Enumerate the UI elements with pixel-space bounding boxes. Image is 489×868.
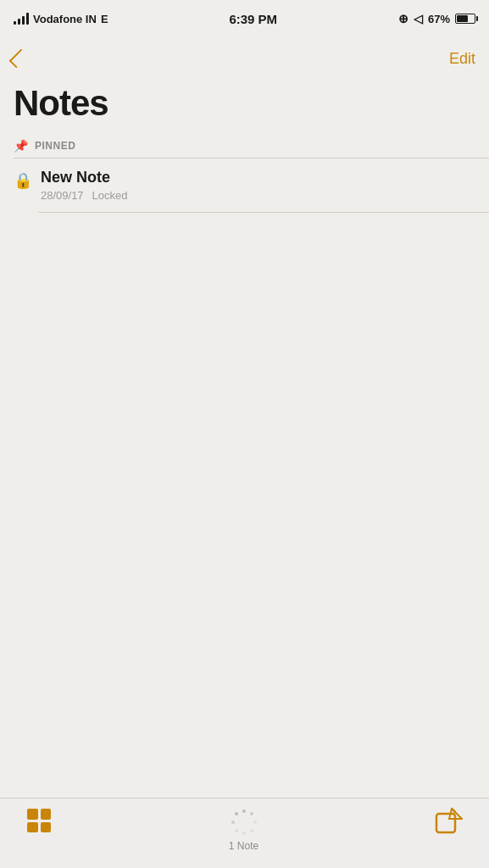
main-content: Edit Notes 📌 PINNED 🔒 New Note 28/09/17 … [0, 37, 489, 798]
note-meta: 28/09/17 Locked [41, 189, 475, 202]
tab-bar: 1 Note [0, 798, 489, 868]
tab-folders[interactable] [25, 807, 53, 834]
svg-rect-8 [436, 814, 455, 832]
note-item[interactable]: 🔒 New Note 28/09/17 Locked [0, 159, 489, 212]
back-button[interactable] [14, 50, 24, 67]
svg-point-4 [242, 832, 246, 835]
svg-point-3 [250, 829, 253, 832]
globe-icon: ⊕ [398, 12, 408, 25]
network-type: E [101, 13, 108, 25]
battery-percent: 67% [428, 13, 450, 25]
note-content: New Note 28/09/17 Locked [41, 169, 475, 202]
tab-count: 1 Note [229, 807, 259, 852]
svg-point-5 [235, 829, 238, 832]
note-date: 28/09/17 [41, 189, 84, 202]
carrier-label: Vodafone IN [33, 13, 97, 25]
battery-icon [455, 14, 475, 24]
svg-point-0 [242, 810, 246, 813]
empty-area [0, 213, 489, 798]
pinned-label: PINNED [35, 140, 75, 152]
spinner-icon [229, 807, 259, 837]
status-right: ⊕ ◁ 67% [398, 12, 475, 25]
svg-point-2 [253, 821, 257, 824]
nav-bar: Edit [0, 37, 489, 80]
lock-icon: 🔒 [14, 171, 32, 190]
location-icon: ◁ [414, 12, 423, 25]
edit-button[interactable]: Edit [449, 50, 475, 68]
page-title-area: Notes [0, 80, 489, 134]
tab-compose[interactable] [435, 807, 464, 836]
note-status: Locked [92, 189, 128, 202]
note-count-label: 1 Note [229, 840, 258, 852]
note-title: New Note [41, 169, 475, 186]
svg-point-7 [235, 812, 238, 815]
chevron-left-icon [9, 49, 29, 69]
svg-point-6 [231, 821, 235, 824]
signal-icon [14, 13, 29, 25]
time-label: 6:39 PM [229, 12, 277, 26]
compose-icon [435, 807, 464, 836]
page-title: Notes [14, 83, 475, 124]
pin-icon: 📌 [14, 139, 28, 153]
pinned-section-header: 📌 PINNED [0, 134, 489, 158]
grid-icon [25, 807, 53, 834]
status-bar: Vodafone IN E 6:39 PM ⊕ ◁ 67% [0, 0, 489, 37]
status-left: Vodafone IN E [14, 13, 108, 25]
svg-point-1 [250, 812, 253, 815]
